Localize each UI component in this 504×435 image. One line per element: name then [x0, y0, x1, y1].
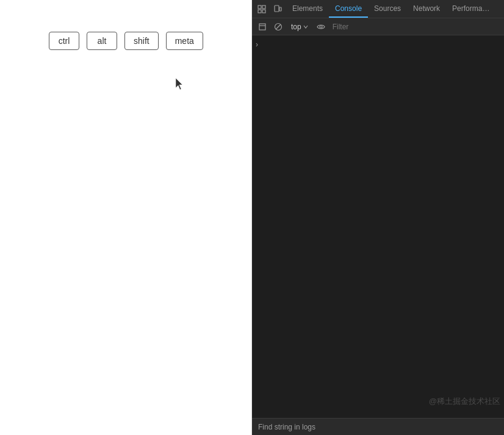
tab-sources[interactable]: Sources [368, 0, 407, 18]
svg-rect-0 [258, 5, 261, 9]
console-content: › @稀土掘金技术社区 [252, 35, 504, 418]
svg-line-9 [276, 24, 281, 29]
svg-rect-4 [275, 5, 279, 12]
expand-arrow[interactable]: › [256, 40, 258, 49]
key-buttons-area: ctrl alt shift meta [0, 0, 251, 50]
devtools-tabs: Elements Console Sources Network Perform… [252, 0, 504, 18]
svg-rect-3 [262, 10, 265, 13]
tab-network[interactable]: Network [407, 0, 446, 18]
svg-rect-2 [258, 10, 261, 13]
context-label: top [291, 23, 301, 31]
main-page: ctrl alt shift meta [0, 0, 252, 435]
eye-icon[interactable] [314, 20, 328, 34]
devtools-panel: Elements Console Sources Network Perform… [252, 0, 504, 435]
svg-rect-6 [259, 24, 265, 30]
expand-console-icon[interactable] [256, 20, 269, 34]
meta-button[interactable]: meta [166, 32, 203, 50]
device-toolbar-icon[interactable] [270, 2, 285, 16]
tab-elements[interactable]: Elements [286, 0, 329, 18]
ctrl-button[interactable]: ctrl [49, 32, 79, 50]
svg-rect-1 [262, 5, 265, 9]
clear-console-icon[interactable] [272, 20, 285, 34]
find-bar-label[interactable]: Find string in logs [258, 423, 315, 431]
alt-button[interactable]: alt [87, 32, 117, 50]
watermark-text: @稀土掘金技术社区 [429, 396, 500, 407]
shift-button[interactable]: shift [124, 32, 159, 50]
context-selector[interactable]: top [287, 21, 312, 32]
inspect-element-icon[interactable] [254, 2, 269, 16]
filter-input[interactable] [333, 23, 500, 31]
tab-console[interactable]: Console [329, 0, 368, 18]
tab-performance[interactable]: Performa… [446, 0, 495, 18]
find-bar: Find string in logs [252, 418, 504, 435]
svg-rect-5 [279, 7, 281, 11]
devtools-toolbar: top [252, 18, 504, 35]
mouse-cursor-icon [176, 78, 184, 90]
svg-point-10 [320, 26, 322, 28]
